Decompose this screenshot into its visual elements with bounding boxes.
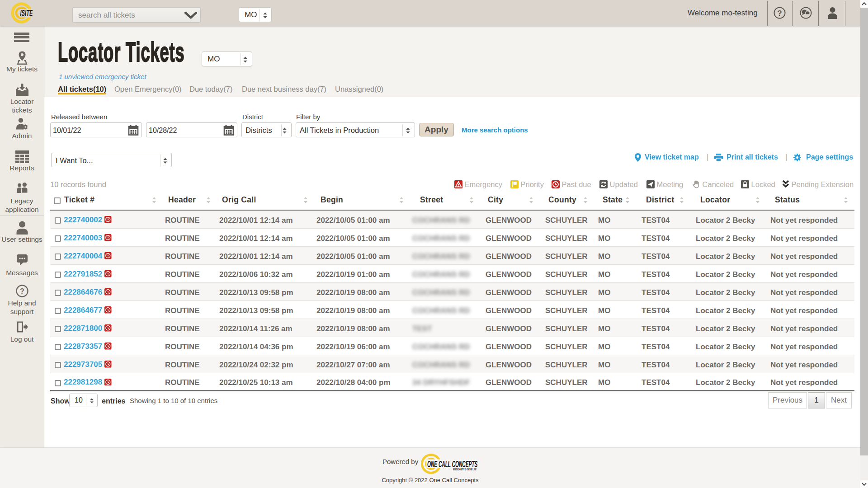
svg-text:?: ? (20, 287, 24, 295)
svg-text:WHEN SAFETY IS ON THE LINE: WHEN SAFETY IS ON THE LINE (453, 467, 476, 471)
svg-text:iSITE: iSITE (20, 8, 33, 17)
svg-text:?: ? (777, 9, 782, 18)
